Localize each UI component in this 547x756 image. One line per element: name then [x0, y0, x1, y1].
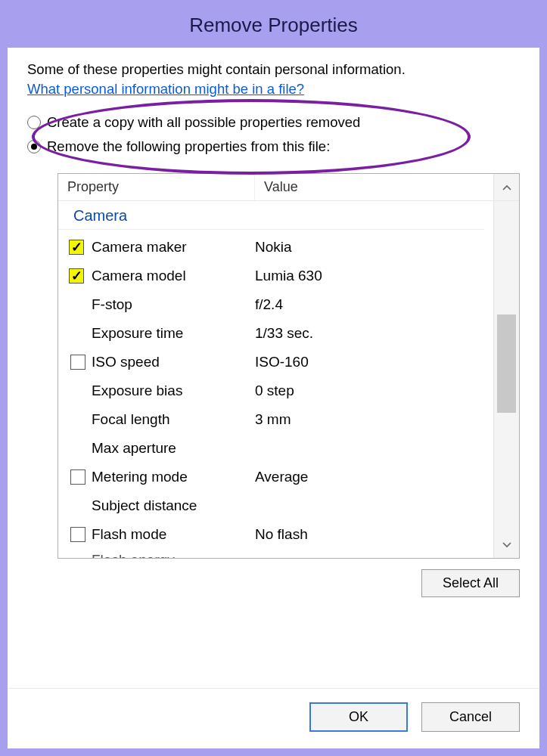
list-header: Property Value — [58, 174, 519, 201]
scroll-down-icon[interactable] — [494, 532, 519, 558]
radio-label: Remove the following properties from thi… — [47, 138, 330, 155]
property-label: Focal length — [92, 411, 255, 428]
intro-text: Some of these properties might contain p… — [27, 61, 520, 78]
checkbox-icon[interactable] — [70, 355, 85, 370]
table-row[interactable]: Metering mode Average — [58, 463, 493, 491]
cancel-button[interactable]: Cancel — [421, 702, 520, 732]
scrollbar-track[interactable] — [494, 201, 519, 532]
table-row[interactable]: Flash energy — [58, 549, 493, 558]
property-label: Exposure time — [92, 325, 255, 342]
table-row[interactable]: Focal length 3 mm — [58, 405, 493, 434]
property-value: 0 step — [255, 383, 493, 399]
property-label: Max aperture — [92, 440, 255, 457]
property-value: Nokia — [255, 239, 493, 256]
radio-option-remove-selected[interactable]: Remove the following properties from thi… — [27, 138, 520, 155]
table-row[interactable]: F-stop f/2.4 — [58, 290, 493, 319]
property-value: ISO-160 — [255, 354, 493, 370]
radio-label: Create a copy with all possible properti… — [47, 114, 360, 131]
property-label: Metering mode — [92, 469, 255, 485]
property-value: 1/33 sec. — [255, 325, 493, 342]
dialog-title: Remove Properties — [8, 14, 539, 37]
select-all-button[interactable]: Select All — [421, 569, 520, 597]
property-value: Lumia 630 — [255, 268, 493, 284]
table-row[interactable]: ISO speed ISO-160 — [58, 348, 493, 376]
property-label: Camera maker — [92, 239, 255, 256]
column-header-property[interactable]: Property — [58, 174, 255, 200]
checkbox-icon[interactable] — [69, 240, 84, 255]
property-label: Camera model — [92, 268, 255, 284]
table-row[interactable]: Subject distance — [58, 491, 493, 520]
radio-option-create-copy[interactable]: Create a copy with all possible properti… — [27, 114, 520, 131]
radio-group: Create a copy with all possible properti… — [27, 114, 520, 163]
table-row[interactable]: Max aperture — [58, 434, 493, 463]
column-header-value[interactable]: Value — [255, 174, 493, 200]
table-row[interactable]: Camera maker Nokia — [58, 233, 493, 262]
property-label: Flash energy — [92, 552, 255, 558]
property-label: Flash mode — [92, 526, 255, 543]
titlebar: Remove Properties — [8, 8, 539, 48]
scroll-up-icon[interactable] — [493, 174, 519, 200]
radio-icon — [27, 140, 41, 153]
checkbox-icon[interactable] — [70, 527, 85, 542]
property-label: Subject distance — [92, 497, 255, 514]
help-link[interactable]: What personal information might be in a … — [27, 81, 520, 98]
dialog-footer: OK Cancel — [8, 688, 539, 748]
remove-properties-dialog: Remove Properties Some of these properti… — [8, 8, 539, 748]
property-label: F-stop — [92, 296, 255, 313]
radio-icon — [27, 116, 41, 129]
rows-container: Camera Camera maker Nokia Camera model L… — [58, 201, 493, 558]
checkbox-icon[interactable] — [70, 469, 85, 485]
property-value: 3 mm — [255, 411, 493, 428]
group-camera: Camera — [58, 201, 484, 230]
property-value: Average — [255, 469, 493, 485]
property-label: Exposure bias — [92, 383, 255, 399]
scrollbar[interactable] — [493, 201, 519, 558]
properties-list: Property Value Camera Camera maker Nokia — [57, 173, 520, 559]
table-row[interactable]: Exposure time 1/33 sec. — [58, 319, 493, 348]
table-row[interactable]: Flash mode No flash — [58, 520, 493, 549]
property-label: ISO speed — [92, 354, 255, 370]
ok-button[interactable]: OK — [309, 702, 408, 732]
property-value: No flash — [255, 526, 493, 543]
annotation-ellipse — [32, 99, 471, 175]
table-row[interactable]: Exposure bias 0 step — [58, 376, 493, 405]
table-row[interactable]: Camera model Lumia 630 — [58, 262, 493, 290]
checkbox-icon[interactable] — [69, 268, 84, 284]
property-value: f/2.4 — [255, 296, 493, 313]
scrollbar-thumb[interactable] — [497, 314, 516, 413]
